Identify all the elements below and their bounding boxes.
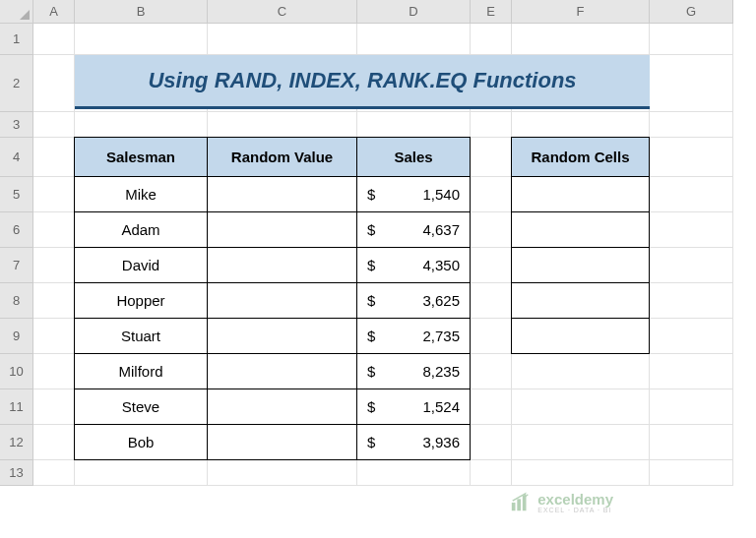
- sales-cell[interactable]: $4,637: [356, 211, 471, 248]
- cell-F1[interactable]: [512, 24, 650, 55]
- salesman-cell[interactable]: Hopper: [74, 282, 208, 319]
- row-header-11[interactable]: 11: [0, 389, 33, 425]
- cell-G12[interactable]: [650, 425, 733, 460]
- salesman-cell[interactable]: Steve: [74, 389, 208, 425]
- row-header-6[interactable]: 6: [0, 212, 33, 248]
- cell-E1[interactable]: [471, 24, 512, 55]
- row-header-9[interactable]: 9: [0, 319, 33, 354]
- sales-cell[interactable]: $1,524: [356, 389, 471, 425]
- random-value-cell[interactable]: [207, 353, 357, 389]
- cell-D3[interactable]: [357, 112, 471, 138]
- column-header-C[interactable]: C: [208, 0, 357, 24]
- cell-C13[interactable]: [208, 460, 357, 486]
- row-header-10[interactable]: 10: [0, 354, 33, 389]
- cell-E9[interactable]: [471, 319, 512, 354]
- random-value-cell[interactable]: [207, 176, 357, 212]
- cell-G8[interactable]: [650, 283, 733, 319]
- cell-A6[interactable]: [33, 212, 75, 248]
- random-value-cell[interactable]: [207, 424, 357, 460]
- cell-A11[interactable]: [33, 389, 75, 425]
- row-header-7[interactable]: 7: [0, 248, 33, 283]
- random-cells-cell[interactable]: [511, 176, 650, 212]
- cell-A12[interactable]: [33, 425, 75, 460]
- cell-F10[interactable]: [512, 354, 650, 389]
- cell-A8[interactable]: [33, 283, 75, 319]
- header-sales[interactable]: Sales: [356, 137, 471, 177]
- cell-E12[interactable]: [471, 425, 512, 460]
- cell-G3[interactable]: [650, 112, 733, 138]
- cell-E8[interactable]: [471, 283, 512, 319]
- row-header-13[interactable]: 13: [0, 460, 33, 486]
- cell-A7[interactable]: [33, 248, 75, 283]
- cell-G9[interactable]: [650, 319, 733, 354]
- salesman-cell[interactable]: Stuart: [74, 318, 208, 354]
- cell-A5[interactable]: [33, 177, 75, 212]
- cell-E3[interactable]: [471, 112, 512, 138]
- select-all-corner[interactable]: [0, 0, 33, 24]
- cell-A13[interactable]: [33, 460, 75, 486]
- cell-B13[interactable]: [75, 460, 208, 486]
- cell-G2[interactable]: [650, 55, 733, 112]
- sales-cell[interactable]: $3,936: [356, 424, 471, 460]
- header-random_value[interactable]: Random Value: [207, 137, 357, 177]
- row-header-4[interactable]: 4: [0, 138, 33, 177]
- cell-G4[interactable]: [650, 138, 733, 177]
- cell-A10[interactable]: [33, 354, 75, 389]
- row-header-5[interactable]: 5: [0, 177, 33, 212]
- cell-G10[interactable]: [650, 354, 733, 389]
- random-value-cell[interactable]: [207, 211, 357, 248]
- cell-F11[interactable]: [512, 389, 650, 425]
- row-header-12[interactable]: 12: [0, 425, 33, 460]
- column-header-E[interactable]: E: [471, 0, 512, 24]
- random-cells-cell[interactable]: [511, 318, 650, 354]
- cell-E13[interactable]: [471, 460, 512, 486]
- sales-cell[interactable]: $4,350: [356, 247, 471, 283]
- cell-A4[interactable]: [33, 138, 75, 177]
- random-cells-cell[interactable]: [511, 282, 650, 319]
- column-header-B[interactable]: B: [75, 0, 208, 24]
- cell-E5[interactable]: [471, 177, 512, 212]
- row-header-1[interactable]: 1: [0, 24, 33, 55]
- random-value-cell[interactable]: [207, 318, 357, 354]
- column-header-A[interactable]: A: [33, 0, 75, 24]
- cell-B3[interactable]: [75, 112, 208, 138]
- row-header-2[interactable]: 2: [0, 55, 33, 112]
- cell-A9[interactable]: [33, 319, 75, 354]
- random-value-cell[interactable]: [207, 389, 357, 425]
- row-header-8[interactable]: 8: [0, 283, 33, 319]
- sales-cell[interactable]: $8,235: [356, 353, 471, 389]
- cell-G5[interactable]: [650, 177, 733, 212]
- header-salesman[interactable]: Salesman: [74, 137, 208, 177]
- cell-D1[interactable]: [357, 24, 471, 55]
- column-header-G[interactable]: G: [650, 0, 733, 24]
- cell-A3[interactable]: [33, 112, 75, 138]
- row-header-3[interactable]: 3: [0, 112, 33, 138]
- salesman-cell[interactable]: Adam: [74, 211, 208, 248]
- cell-C1[interactable]: [208, 24, 357, 55]
- cell-G7[interactable]: [650, 248, 733, 283]
- salesman-cell[interactable]: Bob: [74, 424, 208, 460]
- column-header-D[interactable]: D: [357, 0, 471, 24]
- random-value-cell[interactable]: [207, 247, 357, 283]
- random-value-cell[interactable]: [207, 282, 357, 319]
- cell-E6[interactable]: [471, 212, 512, 248]
- cell-F12[interactable]: [512, 425, 650, 460]
- cell-D13[interactable]: [357, 460, 471, 486]
- salesman-cell[interactable]: Mike: [74, 176, 208, 212]
- cell-E7[interactable]: [471, 248, 512, 283]
- cell-G11[interactable]: [650, 389, 733, 425]
- column-header-F[interactable]: F: [512, 0, 650, 24]
- cell-G1[interactable]: [650, 24, 733, 55]
- sales-cell[interactable]: $1,540: [356, 176, 471, 212]
- cell-E10[interactable]: [471, 354, 512, 389]
- header-random-cells[interactable]: Random Cells: [511, 137, 650, 177]
- cell-E11[interactable]: [471, 389, 512, 425]
- cell-B1[interactable]: [75, 24, 208, 55]
- cell-C3[interactable]: [208, 112, 357, 138]
- cell-G13[interactable]: [650, 460, 733, 486]
- cell-A1[interactable]: [33, 24, 75, 55]
- random-cells-cell[interactable]: [511, 211, 650, 248]
- cell-A2[interactable]: [33, 55, 75, 112]
- sales-cell[interactable]: $2,735: [356, 318, 471, 354]
- cell-F3[interactable]: [512, 112, 650, 138]
